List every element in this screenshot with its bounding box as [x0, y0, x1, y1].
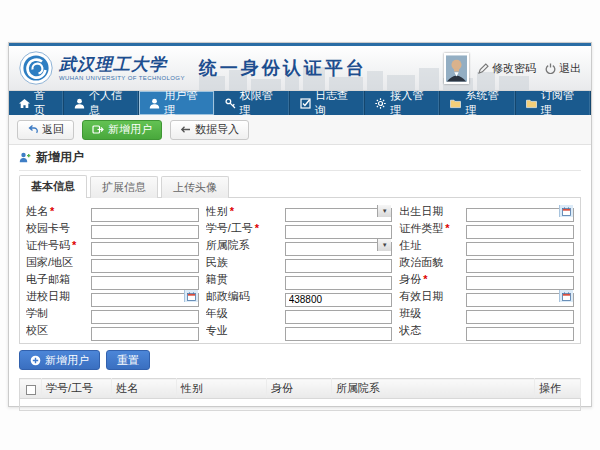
pencil-icon: [478, 63, 489, 74]
label-text: 民族: [206, 256, 228, 268]
department-label: 所属院系: [206, 238, 278, 252]
nav-item-access-management[interactable]: 接入管理: [365, 91, 440, 115]
platform-title: 统一身份认证平台: [199, 56, 367, 80]
tab-upload-avatar[interactable]: 上传头像: [161, 176, 229, 198]
student-id-label: 学号/工号*: [206, 221, 278, 235]
identity-input[interactable]: [466, 276, 574, 290]
birth-date-calendar-button[interactable]: [559, 205, 573, 217]
birth-date-field: [466, 204, 574, 218]
nav-item-log-query[interactable]: 日志查询: [290, 91, 365, 115]
student-id-input[interactable]: [285, 225, 393, 239]
add-user-label: 新增用户: [108, 122, 152, 137]
campus-card-field: [91, 221, 199, 235]
gender-field: ▼: [285, 204, 393, 218]
data-import-label: 数据导入: [195, 122, 239, 137]
nav-item-user-management[interactable]: 用户管理: [139, 91, 214, 115]
email-input[interactable]: [91, 276, 199, 290]
valid-date-input[interactable]: [466, 293, 574, 307]
department-select[interactable]: [285, 242, 393, 256]
nav-label: 首页: [34, 88, 53, 118]
valid-date-calendar-button[interactable]: [559, 290, 573, 302]
major-field: [285, 323, 393, 337]
label-text: 电子邮箱: [26, 273, 70, 285]
add-user-toolbar-button[interactable]: 新增用户: [82, 120, 162, 140]
political-status-input[interactable]: [466, 259, 574, 273]
country-region-input[interactable]: [91, 259, 199, 273]
key-icon: [225, 98, 236, 109]
nav-item-system-management[interactable]: 系统管理: [440, 91, 515, 115]
masthead-right: 修改密码 退出: [444, 53, 581, 84]
select-all-checkbox[interactable]: [26, 385, 36, 395]
gender-select[interactable]: [285, 208, 393, 222]
valid-date-label: 有效日期: [399, 289, 459, 303]
chevron-down-icon: ▼: [382, 242, 388, 248]
university-name-block: 武汉理工大学 WUHAN UNIVERSITY OF TECHNOLOGY: [59, 56, 185, 81]
gender-label: 性别*: [206, 204, 278, 218]
country-region-field: [91, 255, 199, 269]
grade-input[interactable]: [285, 310, 393, 324]
nav-item-personal-info[interactable]: 个人信息: [64, 91, 139, 115]
tab-extended-info[interactable]: 扩展信息: [90, 176, 158, 198]
toolbar: 返回 新增用户 数据导入: [9, 115, 591, 145]
masthead: 武汉理工大学 WUHAN UNIVERSITY OF TECHNOLOGY 统一…: [9, 46, 591, 91]
label-text: 邮政编码: [206, 290, 250, 302]
postal-code-input[interactable]: [285, 293, 393, 307]
label-text: 班级: [399, 307, 421, 319]
gender-dropdown-button[interactable]: ▼: [377, 205, 391, 217]
ethnicity-input[interactable]: [285, 259, 393, 273]
required-marker: *: [72, 239, 76, 251]
native-place-input[interactable]: [285, 276, 393, 290]
calendar-icon: [562, 207, 571, 216]
nav-label: 个人信息: [89, 88, 128, 118]
required-marker: *: [423, 273, 427, 285]
section-title-text: 新增用户: [36, 149, 84, 166]
entry-date-label: 进校日期: [26, 289, 84, 303]
name-input[interactable]: [91, 208, 199, 222]
id-type-label: 证件类型*: [399, 221, 459, 235]
logout-label: 退出: [559, 61, 581, 76]
required-marker: *: [50, 205, 54, 217]
label-text: 政治面貌: [399, 256, 443, 268]
campus-input[interactable]: [91, 327, 199, 341]
required-marker: *: [255, 222, 259, 234]
back-arrow-icon: [27, 124, 38, 135]
schooling-length-input[interactable]: [91, 310, 199, 324]
tab-basic-info[interactable]: 基本信息: [19, 175, 87, 198]
entry-date-input[interactable]: [91, 293, 199, 307]
add-user-icon: [19, 152, 31, 163]
back-button[interactable]: 返回: [17, 120, 74, 140]
col-identity: 身份: [267, 379, 332, 399]
birth-date-input[interactable]: [466, 208, 574, 222]
label-text: 校园卡号: [26, 222, 70, 234]
power-icon: [545, 63, 556, 74]
folder-icon: [526, 98, 537, 109]
nav-item-permission-management[interactable]: 权限管理: [215, 91, 290, 115]
label-text: 所属院系: [206, 239, 250, 251]
reset-button[interactable]: 重置: [106, 350, 150, 370]
address-input[interactable]: [466, 242, 574, 256]
department-dropdown-button[interactable]: ▼: [377, 239, 391, 251]
section-title: 新增用户: [19, 149, 581, 171]
col-department: 所属院系: [332, 379, 535, 399]
major-input[interactable]: [285, 327, 393, 341]
logout-link[interactable]: 退出: [545, 61, 581, 76]
nav-item-home[interactable]: 首页: [9, 91, 64, 115]
required-marker: *: [445, 222, 449, 234]
class-input[interactable]: [466, 310, 574, 324]
col-operations: 操作: [535, 379, 581, 399]
id-type-input[interactable]: [466, 225, 574, 239]
data-import-button[interactable]: 数据导入: [170, 120, 249, 140]
campus-card-input[interactable]: [91, 225, 199, 239]
add-export-icon: [92, 124, 104, 135]
id-number-input[interactable]: [91, 242, 199, 256]
change-password-link[interactable]: 修改密码: [478, 61, 536, 76]
campus-card-label: 校园卡号: [26, 221, 84, 235]
id-type-field: [466, 221, 574, 235]
gear-icon: [375, 98, 386, 109]
nav-item-subscription-management[interactable]: 订阅管理: [516, 91, 591, 115]
nav-label: 接入管理: [390, 88, 429, 118]
submit-add-user-button[interactable]: 新增用户: [19, 350, 100, 370]
campus-label: 校区: [26, 323, 84, 337]
entry-date-calendar-button[interactable]: [184, 290, 198, 302]
status-input[interactable]: [466, 327, 574, 341]
